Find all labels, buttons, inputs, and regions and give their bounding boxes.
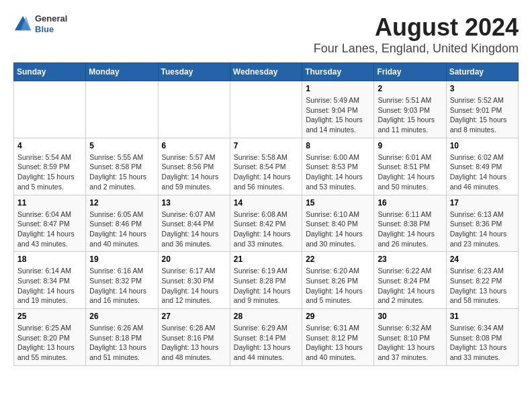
week-row-3: 11Sunrise: 6:04 AM Sunset: 8:47 PM Dayli…	[14, 195, 519, 252]
calendar-cell: 21Sunrise: 6:19 AM Sunset: 8:28 PM Dayli…	[230, 252, 302, 309]
day-number: 5	[89, 141, 154, 150]
calendar-cell: 31Sunrise: 6:34 AM Sunset: 8:08 PM Dayli…	[446, 309, 518, 366]
logo-line2: Blue	[35, 24, 67, 35]
page-header: General Blue August 2024 Four Lanes, Eng…	[13, 13, 519, 56]
week-row-5: 25Sunrise: 6:25 AM Sunset: 8:20 PM Dayli…	[14, 309, 519, 366]
day-info: Sunrise: 6:02 AM Sunset: 8:49 PM Dayligh…	[450, 152, 515, 192]
day-info: Sunrise: 6:32 AM Sunset: 8:10 PM Dayligh…	[378, 323, 442, 363]
day-info: Sunrise: 5:52 AM Sunset: 9:01 PM Dayligh…	[450, 95, 515, 135]
day-info: Sunrise: 6:25 AM Sunset: 8:20 PM Dayligh…	[17, 323, 82, 363]
calendar-cell: 12Sunrise: 6:05 AM Sunset: 8:46 PM Dayli…	[86, 195, 158, 252]
week-row-1: 1Sunrise: 5:49 AM Sunset: 9:04 PM Daylig…	[14, 81, 519, 138]
day-number: 25	[17, 312, 82, 321]
calendar-cell: 27Sunrise: 6:28 AM Sunset: 8:16 PM Dayli…	[158, 309, 230, 366]
day-number: 24	[450, 255, 515, 264]
calendar-cell	[86, 81, 158, 138]
day-info: Sunrise: 5:55 AM Sunset: 8:58 PM Dayligh…	[89, 152, 154, 192]
day-number: 23	[378, 255, 442, 264]
calendar-cell: 2Sunrise: 5:51 AM Sunset: 9:03 PM Daylig…	[374, 81, 446, 138]
day-number: 1	[306, 84, 370, 93]
column-header-friday: Friday	[374, 63, 446, 81]
day-number: 17	[450, 198, 515, 208]
day-number: 20	[162, 255, 226, 264]
day-number: 26	[89, 312, 154, 321]
calendar-cell: 5Sunrise: 5:55 AM Sunset: 8:58 PM Daylig…	[86, 138, 158, 195]
calendar-cell: 19Sunrise: 6:16 AM Sunset: 8:32 PM Dayli…	[86, 252, 158, 309]
logo-line1: General	[35, 13, 67, 24]
day-info: Sunrise: 5:51 AM Sunset: 9:03 PM Dayligh…	[378, 95, 442, 135]
day-info: Sunrise: 6:34 AM Sunset: 8:08 PM Dayligh…	[450, 323, 515, 363]
calendar-cell: 29Sunrise: 6:31 AM Sunset: 8:12 PM Dayli…	[302, 309, 374, 366]
day-number: 3	[450, 84, 515, 93]
day-number: 13	[162, 198, 226, 208]
logo-text: General Blue	[35, 13, 67, 34]
day-number: 22	[306, 255, 370, 264]
calendar-cell: 7Sunrise: 5:58 AM Sunset: 8:54 PM Daylig…	[230, 138, 302, 195]
day-info: Sunrise: 6:01 AM Sunset: 8:51 PM Dayligh…	[378, 152, 442, 192]
day-info: Sunrise: 6:13 AM Sunset: 8:36 PM Dayligh…	[450, 210, 515, 249]
calendar-cell: 3Sunrise: 5:52 AM Sunset: 9:01 PM Daylig…	[446, 81, 518, 138]
calendar-cell: 16Sunrise: 6:11 AM Sunset: 8:38 PM Dayli…	[374, 195, 446, 252]
column-header-sunday: Sunday	[14, 63, 86, 81]
day-info: Sunrise: 6:31 AM Sunset: 8:12 PM Dayligh…	[306, 323, 370, 363]
day-info: Sunrise: 6:10 AM Sunset: 8:40 PM Dayligh…	[306, 210, 370, 249]
day-info: Sunrise: 5:54 AM Sunset: 8:59 PM Dayligh…	[17, 152, 82, 192]
day-number: 7	[234, 141, 298, 150]
calendar-cell: 30Sunrise: 6:32 AM Sunset: 8:10 PM Dayli…	[374, 309, 446, 366]
day-info: Sunrise: 6:26 AM Sunset: 8:18 PM Dayligh…	[89, 323, 154, 363]
calendar-cell: 4Sunrise: 5:54 AM Sunset: 8:59 PM Daylig…	[14, 138, 86, 195]
calendar-cell: 18Sunrise: 6:14 AM Sunset: 8:34 PM Dayli…	[14, 252, 86, 309]
calendar-cell: 28Sunrise: 6:29 AM Sunset: 8:14 PM Dayli…	[230, 309, 302, 366]
day-number: 28	[234, 312, 298, 321]
day-number: 11	[17, 198, 82, 208]
calendar-cell: 10Sunrise: 6:02 AM Sunset: 8:49 PM Dayli…	[446, 138, 518, 195]
calendar-cell: 20Sunrise: 6:17 AM Sunset: 8:30 PM Dayli…	[158, 252, 230, 309]
day-info: Sunrise: 6:07 AM Sunset: 8:44 PM Dayligh…	[162, 210, 226, 249]
header-row: SundayMondayTuesdayWednesdayThursdayFrid…	[14, 63, 519, 81]
calendar-cell: 25Sunrise: 6:25 AM Sunset: 8:20 PM Dayli…	[14, 309, 86, 366]
calendar-cell: 22Sunrise: 6:20 AM Sunset: 8:26 PM Dayli…	[302, 252, 374, 309]
day-number: 6	[162, 141, 226, 150]
column-header-tuesday: Tuesday	[158, 63, 230, 81]
day-info: Sunrise: 6:19 AM Sunset: 8:28 PM Dayligh…	[234, 266, 298, 306]
day-info: Sunrise: 6:29 AM Sunset: 8:14 PM Dayligh…	[234, 323, 298, 363]
day-info: Sunrise: 6:14 AM Sunset: 8:34 PM Dayligh…	[17, 266, 82, 306]
calendar-cell	[158, 81, 230, 138]
calendar-cell	[230, 81, 302, 138]
calendar-cell	[14, 81, 86, 138]
column-header-saturday: Saturday	[446, 63, 518, 81]
day-number: 12	[89, 198, 154, 208]
day-info: Sunrise: 6:23 AM Sunset: 8:22 PM Dayligh…	[450, 266, 515, 306]
calendar-cell: 15Sunrise: 6:10 AM Sunset: 8:40 PM Dayli…	[302, 195, 374, 252]
day-info: Sunrise: 6:22 AM Sunset: 8:24 PM Dayligh…	[378, 266, 442, 306]
calendar-cell: 26Sunrise: 6:26 AM Sunset: 8:18 PM Dayli…	[86, 309, 158, 366]
day-info: Sunrise: 6:05 AM Sunset: 8:46 PM Dayligh…	[89, 210, 154, 249]
day-info: Sunrise: 6:00 AM Sunset: 8:53 PM Dayligh…	[306, 152, 370, 192]
page-title: August 2024	[314, 13, 519, 42]
calendar-cell: 9Sunrise: 6:01 AM Sunset: 8:51 PM Daylig…	[374, 138, 446, 195]
week-row-2: 4Sunrise: 5:54 AM Sunset: 8:59 PM Daylig…	[14, 138, 519, 195]
calendar-cell: 6Sunrise: 5:57 AM Sunset: 8:56 PM Daylig…	[158, 138, 230, 195]
column-header-wednesday: Wednesday	[230, 63, 302, 81]
day-number: 4	[17, 141, 82, 150]
day-number: 16	[378, 198, 442, 208]
day-number: 8	[306, 141, 370, 150]
day-number: 18	[17, 255, 82, 264]
calendar-cell: 11Sunrise: 6:04 AM Sunset: 8:47 PM Dayli…	[14, 195, 86, 252]
day-number: 29	[306, 312, 370, 321]
calendar-table: SundayMondayTuesdayWednesdayThursdayFrid…	[13, 62, 519, 366]
calendar-cell: 1Sunrise: 5:49 AM Sunset: 9:04 PM Daylig…	[302, 81, 374, 138]
day-number: 10	[450, 141, 515, 150]
title-block: August 2024 Four Lanes, England, United …	[314, 13, 519, 56]
day-info: Sunrise: 6:04 AM Sunset: 8:47 PM Dayligh…	[17, 210, 82, 249]
day-info: Sunrise: 6:20 AM Sunset: 8:26 PM Dayligh…	[306, 266, 370, 306]
day-number: 15	[306, 198, 370, 208]
day-info: Sunrise: 5:58 AM Sunset: 8:54 PM Dayligh…	[234, 152, 298, 192]
day-info: Sunrise: 6:17 AM Sunset: 8:30 PM Dayligh…	[162, 266, 226, 306]
logo: General Blue	[13, 13, 67, 34]
day-number: 27	[162, 312, 226, 321]
calendar-cell: 24Sunrise: 6:23 AM Sunset: 8:22 PM Dayli…	[446, 252, 518, 309]
day-number: 21	[234, 255, 298, 264]
day-number: 31	[450, 312, 515, 321]
column-header-monday: Monday	[86, 63, 158, 81]
